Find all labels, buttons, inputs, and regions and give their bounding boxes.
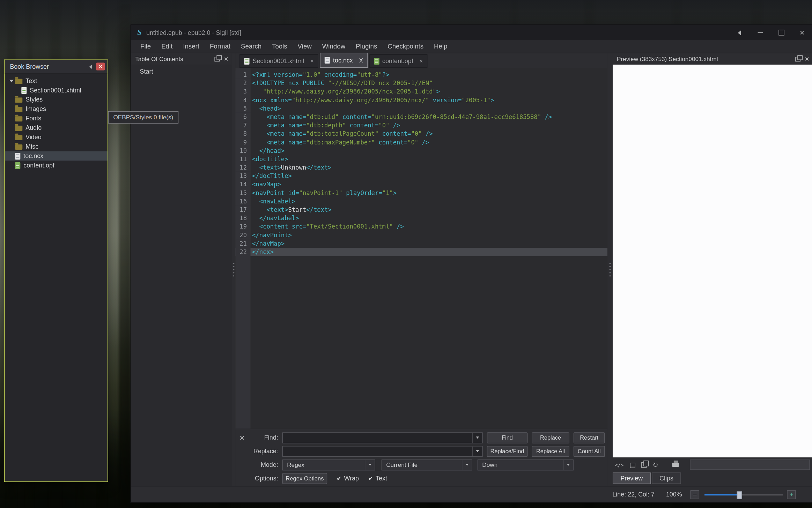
text-checkbox[interactable]: ✔ Text	[368, 475, 387, 482]
restart-button[interactable]: Restart	[574, 432, 605, 443]
menu-view[interactable]: View	[293, 40, 317, 53]
scope-select[interactable]: Current File	[382, 459, 472, 470]
book-browser-close-button[interactable]: ✕	[96, 62, 105, 70]
find-dropdown-arrow-icon[interactable]	[472, 433, 482, 442]
code-line-12[interactable]: 12 <text>Unknown</text>	[235, 163, 607, 172]
menu-edit[interactable]: Edit	[156, 40, 178, 53]
tree-item-section0001.xhtml[interactable]: Section0001.xhtml	[5, 85, 107, 95]
menu-file[interactable]: File	[135, 40, 156, 53]
replace-all-button[interactable]: Replace All	[532, 446, 569, 456]
code-line-14[interactable]: 14<navMap>	[235, 180, 607, 188]
code-line-1[interactable]: 1<?xml version="1.0" encoding="utf-8"?>	[235, 70, 607, 79]
preview-tab-preview[interactable]: Preview	[613, 472, 651, 484]
tab-close-icon[interactable]: ×	[420, 58, 423, 64]
menu-window[interactable]: Window	[317, 40, 350, 53]
mode-arrow-icon[interactable]	[365, 460, 375, 470]
tab-toc.ncx[interactable]: toc.ncxX	[320, 53, 368, 68]
tree-item-images[interactable]: Images	[5, 104, 107, 114]
titlebar-arrow-icon[interactable]	[729, 25, 750, 40]
tree-item-styles[interactable]: Styles	[5, 95, 107, 104]
regex-options-button[interactable]: Regex Options	[282, 473, 327, 484]
find-close-icon[interactable]: ✕	[235, 434, 249, 441]
code-line-17[interactable]: 17 <text>Start</text>	[235, 206, 607, 214]
menu-checkpoints[interactable]: Checkpoints	[382, 40, 429, 53]
undock-icon[interactable]	[214, 57, 220, 61]
find-input[interactable]	[282, 432, 483, 443]
mode-select[interactable]: Regex	[282, 459, 375, 470]
zoom-slider[interactable]	[704, 490, 783, 499]
menu-help[interactable]: Help	[429, 40, 452, 53]
tab-content.opf[interactable]: content.opf×	[369, 54, 428, 68]
tree-item-audio[interactable]: Audio	[5, 123, 107, 133]
tree-item-misc[interactable]: Misc	[5, 142, 107, 151]
find-button[interactable]: Find	[487, 432, 528, 443]
tree-item-video[interactable]: Video	[5, 133, 107, 142]
replace-dropdown-arrow-icon[interactable]	[472, 446, 482, 456]
expander-down-icon[interactable]	[9, 80, 14, 82]
replace-input[interactable]	[282, 446, 483, 456]
tab-section0001.xhtml[interactable]: Section0001.xhtml×	[239, 54, 318, 68]
direction-arrow-icon[interactable]	[563, 460, 573, 470]
refresh-icon[interactable]: ↻	[652, 461, 658, 468]
zoom-out-button[interactable]: –	[691, 490, 699, 499]
minimize-button[interactable]	[750, 25, 771, 40]
scope-arrow-icon[interactable]	[462, 460, 472, 470]
code-line-22[interactable]: 22</ncx>	[235, 248, 607, 256]
code-editor[interactable]: 1<?xml version="1.0" encoding="utf-8"?>2…	[235, 68, 607, 428]
splitter-right[interactable]	[607, 53, 613, 486]
zoom-in-button[interactable]: +	[787, 490, 796, 499]
tree-item-text[interactable]: Text	[5, 76, 107, 85]
code-line-7[interactable]: 7 <meta name="dtb:depth" content="0" />	[235, 121, 607, 129]
title-bar[interactable]: S untitled.epub - epub2.0 - Sigil [std] …	[131, 25, 812, 40]
select-all-icon[interactable]: ▤	[629, 461, 636, 468]
tab-close-icon[interactable]: ×	[310, 58, 314, 64]
code-line-6[interactable]: 6 <meta name="dtb:uid" content="urn:uuid…	[235, 113, 607, 121]
code-line-19[interactable]: 19 <content src="Text/Section0001.xhtml"…	[235, 222, 607, 231]
code-line-9[interactable]: 9 <meta name="dtb:maxPageNumber" content…	[235, 138, 607, 146]
toc-entry-start[interactable]: Start	[131, 67, 232, 76]
menu-format[interactable]: Format	[205, 40, 236, 53]
toc-close-icon[interactable]: ✕	[224, 56, 229, 62]
replace-button[interactable]: Replace	[532, 432, 569, 443]
code-line-15[interactable]: 15<navPoint id="navPoint-1" playOrder="1…	[235, 189, 607, 197]
tree-item-toc.ncx[interactable]: toc.ncx	[5, 151, 107, 161]
tree-item-label: toc.ncx	[23, 152, 43, 160]
preview-close-icon[interactable]: ✕	[805, 56, 810, 62]
code-line-16[interactable]: 16 <navLabel>	[235, 197, 607, 206]
code-line-10[interactable]: 10 </head>	[235, 147, 607, 155]
direction-select[interactable]: Down	[478, 459, 574, 470]
code-line-5[interactable]: 5 <head>	[235, 104, 607, 113]
replace-find-button[interactable]: Replace/Find	[487, 446, 528, 456]
copy-icon[interactable]	[642, 462, 647, 468]
menu-search[interactable]: Search	[236, 40, 267, 53]
code-line-11[interactable]: 11<docTitle>	[235, 155, 607, 163]
splitter-left[interactable]	[232, 53, 235, 486]
code-line-8[interactable]: 8 <meta name="dtb:totalPageCount" conten…	[235, 129, 607, 138]
menu-plugins[interactable]: Plugins	[350, 40, 382, 53]
close-button[interactable]: ✕	[792, 25, 812, 40]
count-all-button[interactable]: Count All	[574, 446, 605, 456]
preview-address-bar[interactable]	[690, 460, 810, 470]
maximize-button[interactable]	[771, 25, 792, 40]
print-icon[interactable]	[672, 463, 679, 467]
preview-undock-icon[interactable]	[795, 57, 800, 61]
code-line-20[interactable]: 20</navPoint>	[235, 231, 607, 239]
preview-tab-clips[interactable]: Clips	[652, 472, 681, 484]
find-label: Find:	[249, 434, 278, 441]
tab-close-icon[interactable]: X	[359, 57, 363, 64]
code-line-13[interactable]: 13</docTitle>	[235, 172, 607, 180]
menu-insert[interactable]: Insert	[178, 40, 205, 53]
wrap-checkbox[interactable]: ✔ Wrap	[337, 475, 359, 482]
menu-tools[interactable]: Tools	[267, 40, 293, 53]
code-line-3[interactable]: 3 "http://www.daisy.org/z3986/2005/ncx-2…	[235, 87, 607, 96]
preview-viewport[interactable]	[613, 65, 812, 457]
code-line-21[interactable]: 21</navMap>	[235, 239, 607, 248]
code-line-2[interactable]: 2<!DOCTYPE ncx PUBLIC "-//NISO//DTD ncx …	[235, 79, 607, 87]
tree-item-content.opf[interactable]: content.opf	[5, 160, 107, 170]
code-line-18[interactable]: 18 </navLabel>	[235, 214, 607, 222]
tree-item-fonts[interactable]: Fonts	[5, 114, 107, 123]
zoom-slider-handle[interactable]	[737, 491, 742, 499]
inspect-code-icon[interactable]: </>	[615, 461, 624, 468]
dock-arrow-icon[interactable]	[89, 65, 92, 69]
code-line-4[interactable]: 4<ncx xmlns="http://www.daisy.org/z3986/…	[235, 96, 607, 104]
